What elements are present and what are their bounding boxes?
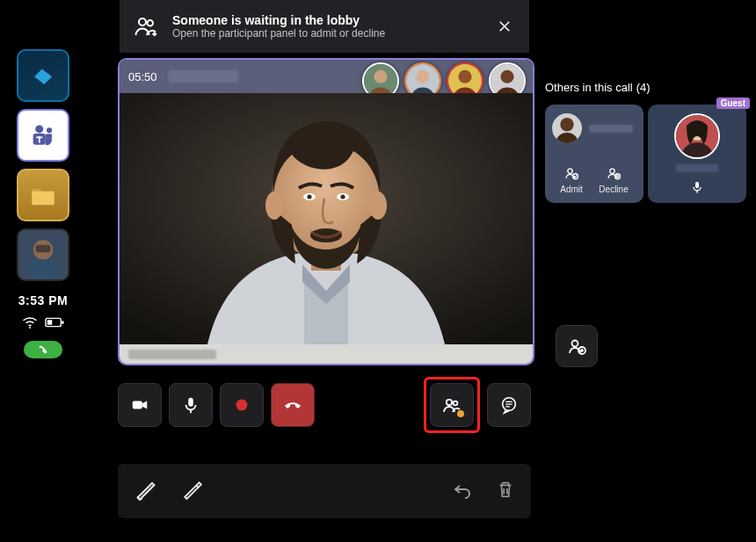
lobby-notification-banner: Someone is waiting in the lobby Open the… (120, 0, 529, 53)
svg-point-13 (139, 18, 146, 25)
svg-point-1 (47, 127, 52, 133)
admit-button[interactable]: Admit (560, 164, 583, 194)
svg-point-22 (500, 70, 513, 83)
highlighter-icon (134, 477, 158, 502)
participant-mic-status[interactable] (690, 180, 704, 194)
undo-icon (452, 479, 473, 500)
microphone-icon (690, 180, 704, 194)
participant-name-redacted (589, 125, 633, 133)
call-timer: 05:50 (128, 70, 157, 83)
phone-icon (38, 344, 48, 355)
svg-rect-11 (62, 321, 63, 324)
app-tile-teams[interactable] (17, 109, 69, 162)
call-control-bar (118, 379, 531, 430)
microphone-button[interactable] (169, 383, 213, 427)
participant-name-redacted (676, 164, 718, 172)
others-panel-title: Others in this call (545, 81, 633, 94)
svg-point-42 (568, 169, 572, 173)
camera-icon (130, 395, 149, 415)
participants-button[interactable] (430, 383, 474, 427)
svg-rect-49 (696, 191, 697, 193)
svg-point-20 (458, 70, 471, 83)
svg-rect-4 (39, 136, 40, 142)
app-tile-workspace[interactable] (17, 49, 69, 102)
svg-point-41 (560, 118, 573, 131)
app-tile-user[interactable] (17, 228, 69, 281)
svg-point-14 (148, 20, 154, 26)
others-panel: Others in this call (4) (545, 81, 756, 203)
svg-point-0 (35, 125, 43, 133)
user-avatar-icon (18, 230, 68, 279)
left-app-rail: 3:53 PM (12, 49, 74, 358)
speaker-name-redacted (128, 350, 216, 359)
svg-rect-35 (190, 410, 192, 414)
svg-point-9 (29, 327, 31, 329)
record-icon (232, 395, 251, 415)
battery-icon (45, 317, 64, 328)
highlighter-tool[interactable] (134, 477, 158, 505)
svg-point-37 (447, 400, 452, 405)
app-tile-files[interactable] (17, 169, 69, 221)
video-header-bar: 05:50 (120, 60, 533, 93)
delete-button[interactable] (496, 480, 515, 502)
decline-label: Decline (599, 184, 628, 194)
svg-rect-8 (36, 245, 51, 252)
decline-button[interactable]: Decline (599, 164, 628, 194)
microphone-icon (181, 395, 200, 415)
teams-icon (28, 120, 58, 150)
main-video-tile[interactable]: 05:50 (118, 58, 534, 365)
svg-point-36 (236, 400, 248, 411)
pen-icon (181, 478, 204, 501)
svg-point-32 (340, 194, 345, 199)
svg-rect-33 (133, 401, 142, 408)
lobby-title: Someone is waiting in the lobby (172, 13, 482, 27)
svg-rect-7 (28, 260, 58, 279)
chat-icon (499, 395, 519, 415)
svg-point-26 (265, 192, 283, 220)
svg-point-44 (610, 169, 614, 173)
wifi-icon (22, 316, 38, 329)
video-footer-bar (120, 344, 533, 364)
lobby-close-button[interactable] (492, 14, 517, 39)
others-panel-count: (4) (636, 81, 651, 94)
end-call-button[interactable] (271, 383, 315, 427)
add-participant-button[interactable] (556, 325, 598, 367)
undo-button[interactable] (452, 479, 473, 503)
svg-point-16 (374, 70, 387, 83)
speaker-video-placeholder (120, 93, 533, 344)
notification-dot (457, 410, 464, 417)
camera-button[interactable] (118, 383, 162, 427)
person-add-icon (566, 336, 587, 357)
admit-icon (563, 165, 579, 181)
clock-label: 3:53 PM (18, 293, 68, 307)
workspace-icon (30, 62, 56, 89)
participant-avatar[interactable] (552, 113, 582, 143)
participant-avatar[interactable] (674, 113, 720, 159)
folder-icon (28, 180, 58, 210)
hangup-icon (282, 394, 303, 416)
svg-point-27 (369, 192, 387, 220)
participants-button-highlight (424, 377, 480, 433)
close-icon (497, 18, 512, 34)
decline-icon (606, 165, 622, 181)
annotation-tray (118, 464, 531, 518)
participant-card-lobby: Admit Decline (545, 105, 643, 203)
pen-tool[interactable] (181, 478, 204, 504)
record-button[interactable] (220, 383, 264, 427)
svg-rect-12 (47, 320, 53, 325)
active-call-pill[interactable] (24, 341, 62, 358)
svg-rect-34 (188, 398, 193, 407)
status-icons-row (22, 316, 64, 329)
svg-rect-48 (695, 182, 699, 188)
trash-icon (496, 480, 515, 499)
admit-label: Admit (560, 184, 583, 194)
video-body (120, 93, 533, 344)
svg-point-50 (572, 341, 578, 347)
lobby-subtitle: Open the participant panel to admit or d… (172, 27, 482, 40)
svg-point-38 (454, 401, 458, 406)
chat-button[interactable] (487, 383, 531, 427)
participant-card-guest: Guest (648, 105, 746, 203)
people-add-icon (134, 13, 160, 40)
svg-point-30 (307, 194, 311, 199)
meeting-title-redacted (168, 70, 238, 83)
